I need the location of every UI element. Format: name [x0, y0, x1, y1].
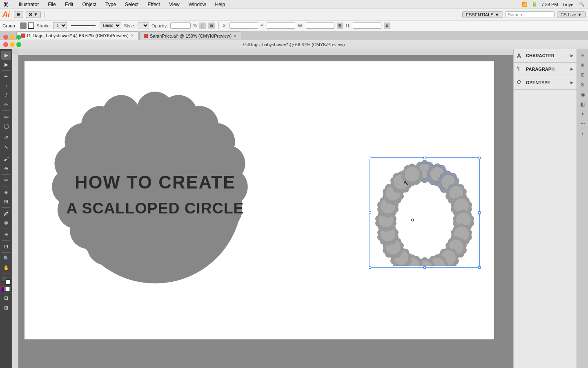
tool-ellipse[interactable]: ◯ [1, 121, 11, 130]
fr-btn-9[interactable]: ▪ [578, 129, 587, 138]
tool-direct-select[interactable]: ▶ [1, 60, 11, 69]
panel-header-opentype[interactable]: O OPENTYPE ▶ [514, 78, 577, 88]
tool-change-screen[interactable]: ⊞ [1, 303, 11, 312]
tool-eyedropper[interactable]: 💉 [1, 209, 11, 218]
handle-br[interactable] [478, 266, 481, 269]
menu-window[interactable]: Window [187, 2, 208, 7]
handle-bm[interactable] [423, 266, 426, 269]
window-close-btn[interactable] [3, 35, 8, 40]
spotlight-icon[interactable]: 🔍 [579, 2, 585, 7]
tool-scissors[interactable]: ✂ [1, 176, 11, 185]
menu-illustrator[interactable]: Illustrator [17, 2, 40, 7]
window-minimize-btn[interactable] [10, 35, 15, 40]
ai-logo: Ai [2, 10, 10, 19]
tool-pen[interactable]: ✒ [1, 72, 11, 81]
tab-gifttags[interactable]: GiftTags_babyshower* @ 66.67% (CMYK/Prev… [16, 31, 138, 40]
win-max-btn[interactable] [16, 42, 21, 47]
color-swatches[interactable] [2, 276, 11, 285]
menu-bar: ⌘ Illustrator File Edit Object Type Sele… [0, 0, 588, 9]
menu-edit[interactable]: Edit [63, 2, 75, 7]
fr-btn-2[interactable]: ◈ [578, 61, 587, 70]
handle-tr[interactable] [478, 157, 481, 159]
apple-menu[interactable]: ⌘ [3, 1, 9, 8]
tool-type[interactable]: T [1, 81, 11, 90]
fr-btn-5[interactable]: ◉ [578, 90, 587, 99]
tool-symbol[interactable]: ☀ [1, 230, 11, 239]
tool-separator-9 [2, 240, 10, 241]
tool-separator-10 [2, 252, 10, 253]
win-min-btn[interactable] [10, 42, 15, 47]
fr-btn-7[interactable]: ✦ [578, 110, 587, 119]
menu-type[interactable]: Type [104, 2, 118, 7]
tool-scale[interactable]: ⤡ [1, 143, 11, 152]
handle-bl[interactable] [369, 266, 371, 269]
handle-tl[interactable] [369, 157, 371, 159]
menu-select[interactable]: Select [123, 2, 140, 7]
handle-tm[interactable] [423, 157, 426, 159]
fr-btn-3[interactable]: ⊞ [578, 70, 587, 79]
stroke-color[interactable] [5, 279, 11, 285]
menu-object[interactable]: Object [80, 2, 98, 7]
essentials-button[interactable]: ESSENTIALS ▼ [462, 11, 503, 18]
tool-blob-brush[interactable]: ⊕ [1, 164, 11, 173]
y-input[interactable]: 5.111 in [267, 22, 295, 29]
window-title: GiftTags_babyshower* @ 66.67% (CMYK/Prev… [243, 42, 345, 47]
home-btn[interactable]: ⊞ [14, 11, 23, 18]
search-input[interactable] [506, 11, 555, 18]
tab-close-sarahprice[interactable]: ✕ [234, 34, 237, 38]
fill-swatch[interactable] [20, 22, 27, 29]
transform-icon[interactable]: ⊠ [384, 22, 390, 29]
style-label: Style: [124, 23, 135, 28]
handle-mr[interactable] [478, 211, 481, 214]
win-close-btn[interactable] [3, 42, 8, 47]
opacity-icon[interactable]: ◻ [199, 22, 206, 29]
style-select[interactable] [138, 22, 149, 29]
canvas-area[interactable]: HOW TO CREATE A SCALLOPED CIRCLE [12, 49, 513, 368]
opacity-label: Opacity: [151, 23, 168, 28]
w-input[interactable]: 5.2224 in [306, 22, 334, 29]
tool-rect[interactable]: ▭ [1, 112, 11, 121]
color-mode-white[interactable] [5, 287, 10, 291]
menu-help[interactable]: Help [213, 2, 227, 7]
menu-view[interactable]: View [167, 2, 181, 7]
stroke-weight-select[interactable]: 123 [53, 22, 67, 29]
color-mode-color[interactable] [0, 287, 4, 291]
fr-btn-1[interactable]: ≡ [578, 51, 587, 60]
tool-artboard[interactable]: ⊡ [1, 242, 11, 251]
menu-file[interactable]: File [46, 2, 57, 7]
x-label: X: [223, 23, 227, 28]
tool-line[interactable]: / [1, 91, 11, 100]
x-input[interactable]: 20.9573 in [229, 22, 258, 29]
tab-close-gifttags[interactable]: ✕ [131, 34, 134, 38]
stroke-swatch[interactable] [28, 22, 34, 29]
handle-ml[interactable] [369, 211, 371, 214]
tool-zoom[interactable]: 🔍 [1, 254, 11, 263]
align-icon[interactable]: ⊞ [208, 22, 215, 29]
window-maximize-btn[interactable] [16, 35, 21, 40]
toolbar-right: ESSENTIALS ▼ CS Live ▼ [462, 11, 586, 18]
stroke-type-select[interactable]: Basic [100, 22, 121, 29]
panel-header-paragraph[interactable]: ¶ PARAGRAPH ▶ [514, 64, 577, 74]
fr-btn-8[interactable]: 〜 [578, 119, 587, 128]
tool-blend[interactable]: ⊗ [1, 218, 11, 227]
fr-btn-6[interactable]: ◧ [578, 100, 587, 109]
tool-pencil[interactable]: ✏ [1, 100, 11, 109]
cs-live-button[interactable]: CS Live ▼ [557, 11, 586, 18]
scalloped-circle-svg: HOW TO CREATE A SCALLOPED CIRCLE [49, 82, 261, 311]
fr-btn-4[interactable]: ⊠ [578, 80, 587, 89]
tool-mesh[interactable]: ⊞ [1, 197, 11, 206]
menu-effect[interactable]: Effect [146, 2, 161, 7]
panel-header-character[interactable]: A CHARACTER ▶ [514, 51, 577, 61]
tool-hand[interactable]: ✋ [1, 263, 11, 272]
opacity-input[interactable]: 100 [170, 22, 191, 29]
tool-select[interactable]: ▶ [1, 51, 11, 60]
tool-screen-mode[interactable]: ⊡ [1, 294, 11, 303]
tab-sarahprice[interactable]: SarahPrice.ai* @ 150% (CMYK/Preview) ✕ [139, 31, 241, 40]
tool-gradient[interactable]: ◈ [1, 188, 11, 197]
tool-paintbrush[interactable]: 🖌 [1, 155, 11, 164]
view-toggle-btn[interactable]: ⊠ ▼ [26, 11, 41, 18]
tool-rotate[interactable]: ↺ [1, 133, 11, 142]
h-input[interactable]: 5.2224 in [353, 22, 381, 29]
artboard: HOW TO CREATE A SCALLOPED CIRCLE [24, 61, 494, 339]
constrain-icon[interactable]: ⛓ [337, 22, 343, 29]
